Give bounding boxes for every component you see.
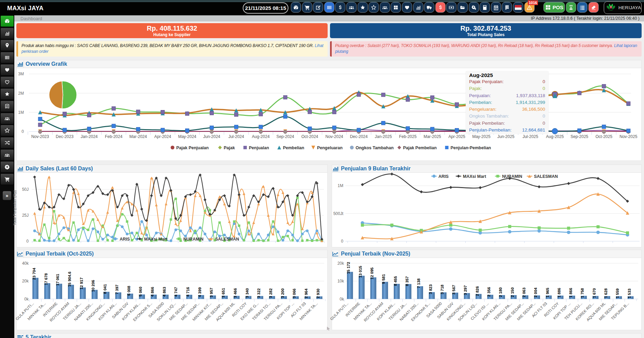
svg-text:13 015: 13 015 <box>358 265 362 278</box>
svg-text:1 533: 1 533 <box>627 289 631 298</box>
svg-text:0k: 0k <box>340 297 344 302</box>
svg-text:12 095: 12 095 <box>370 267 374 279</box>
svg-text:3 297: 3 297 <box>464 285 468 295</box>
svg-text:2 063: 2 063 <box>522 288 526 297</box>
svg-text:15 172: 15 172 <box>347 262 351 274</box>
svg-text:3 823: 3 823 <box>429 285 433 294</box>
svg-text:8 455: 8 455 <box>393 276 398 286</box>
svg-text:1 758: 1 758 <box>581 288 585 298</box>
svg-text:2 356: 2 356 <box>487 287 491 297</box>
svg-text:2 826: 2 826 <box>475 286 479 296</box>
svg-text:GULA PUTI...: GULA PUTI... <box>329 301 349 321</box>
svg-text:2 180: 2 180 <box>498 287 503 297</box>
svg-text:1 628: 1 628 <box>604 288 608 298</box>
svg-text:20k: 20k <box>338 261 344 266</box>
svg-text:9 581: 9 581 <box>381 274 386 284</box>
svg-text:3 718: 3 718 <box>440 285 444 294</box>
svg-text:2 004: 2 004 <box>534 288 538 297</box>
svg-text:1 965: 1 965 <box>545 288 550 297</box>
svg-text:2 150: 2 150 <box>510 287 514 297</box>
svg-text:1 670: 1 670 <box>592 288 596 298</box>
svg-text:3 567: 3 567 <box>452 285 456 295</box>
svg-text:7 138: 7 138 <box>417 278 421 288</box>
svg-text:8 357: 8 357 <box>405 276 409 286</box>
svg-text:1 866: 1 866 <box>569 288 573 298</box>
svg-text:10k: 10k <box>338 279 344 283</box>
svg-text:1 559: 1 559 <box>615 289 619 298</box>
svg-text:1 886: 1 886 <box>557 288 561 298</box>
